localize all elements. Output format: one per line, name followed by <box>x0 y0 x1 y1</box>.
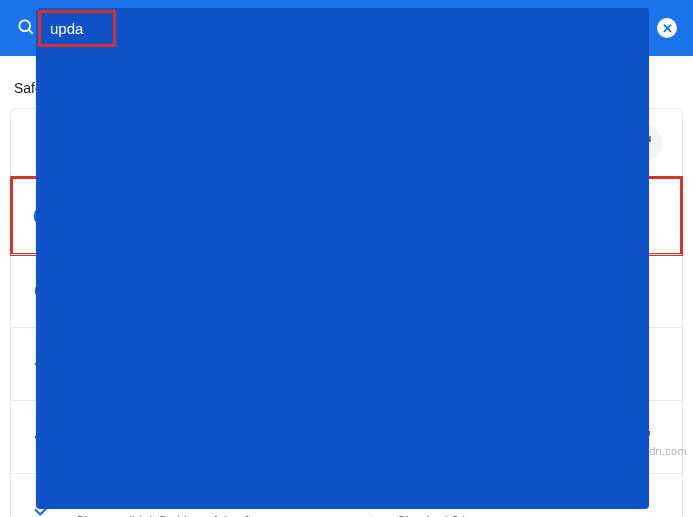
row-subtitle: Chrome didn't find harmful software on y… <box>75 512 662 517</box>
close-icon: ✕ <box>662 21 673 36</box>
clear-search-button[interactable]: ✕ <box>657 18 677 38</box>
svg-point-0 <box>19 20 30 31</box>
search-bar-bg <box>36 8 649 509</box>
search-bar: ✕ <box>0 0 693 56</box>
search-input-wrap <box>50 20 110 37</box>
svg-line-1 <box>29 29 33 33</box>
search-input[interactable] <box>50 20 110 37</box>
search-icon <box>16 17 36 40</box>
